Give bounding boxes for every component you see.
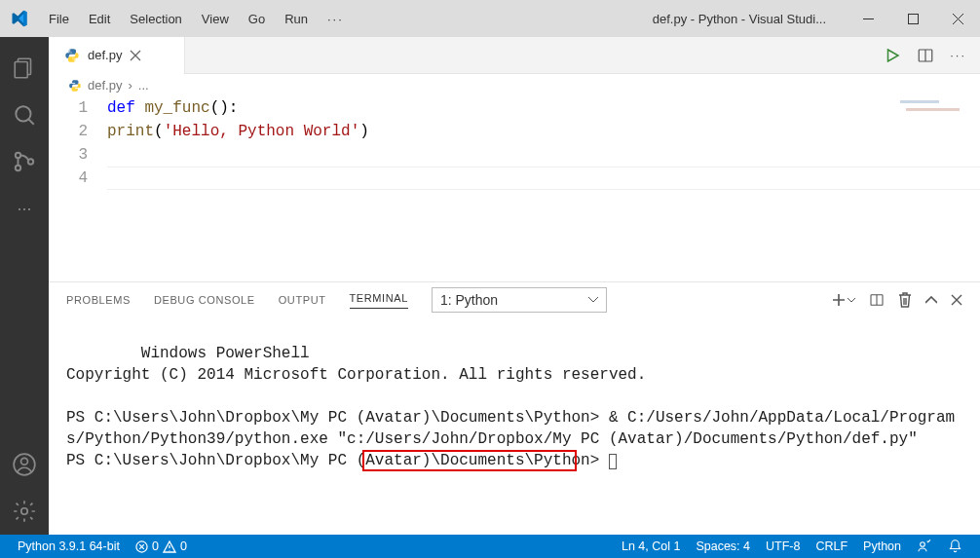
more-icon[interactable]: ··· <box>0 185 49 232</box>
panel-tab-output[interactable]: OUTPUT <box>279 294 326 306</box>
terminal-selector[interactable]: 1: Python <box>432 287 607 313</box>
panel-tab-debugconsole[interactable]: DEBUG CONSOLE <box>154 294 255 306</box>
error-icon <box>135 540 148 553</box>
source-control-icon[interactable] <box>0 138 49 185</box>
split-editor-icon[interactable] <box>917 47 934 64</box>
breadcrumb[interactable]: def.py › ... <box>49 74 980 96</box>
feedback-icon[interactable] <box>909 539 940 554</box>
svg-point-6 <box>16 153 20 158</box>
main-menu: File Edit Selection View Go Run ··· <box>39 12 354 26</box>
highlight-annotation <box>362 450 577 471</box>
terminal[interactable]: Windows PowerShell Copyright (C) 2014 Mi… <box>49 317 980 535</box>
svg-point-10 <box>21 458 28 465</box>
line-number-gutter: 1234 <box>49 96 107 281</box>
explorer-icon[interactable] <box>0 45 49 92</box>
svg-rect-1 <box>908 14 918 23</box>
kill-terminal-icon[interactable] <box>898 292 912 308</box>
run-icon[interactable] <box>884 47 901 64</box>
python-file-icon <box>64 48 80 63</box>
svg-point-13 <box>74 59 75 60</box>
code-line[interactable]: def my_func(): <box>107 96 980 120</box>
notifications-icon[interactable] <box>940 539 970 554</box>
status-indentation[interactable]: Spaces: 4 <box>688 539 758 553</box>
code-editor[interactable]: 1234 def my_func(): print('Hello, Python… <box>49 96 980 281</box>
svg-rect-3 <box>15 62 27 78</box>
status-errors-count: 0 <box>152 539 159 553</box>
panel-tab-problems[interactable]: PROBLEMS <box>66 294 131 306</box>
close-tab-icon[interactable] <box>130 50 141 61</box>
breadcrumb-separator: › <box>128 78 132 93</box>
bottom-panel: PROBLEMS DEBUG CONSOLE OUTPUT TERMINAL 1… <box>49 281 980 535</box>
status-bar: Python 3.9.1 64-bit 0 0 Ln 4, Col 1 Spac… <box>0 535 980 558</box>
close-window-button[interactable] <box>935 0 980 37</box>
panel-tab-bar: PROBLEMS DEBUG CONSOLE OUTPUT TERMINAL 1… <box>49 282 980 317</box>
title-bar: File Edit Selection View Go Run ··· def.… <box>0 0 980 37</box>
status-python-interpreter[interactable]: Python 3.9.1 64-bit <box>10 539 128 553</box>
new-terminal-icon[interactable] <box>832 293 846 307</box>
status-encoding[interactable]: UTF-8 <box>758 539 808 553</box>
svg-point-4 <box>16 106 30 121</box>
status-cursor-position[interactable]: Ln 4, Col 1 <box>614 539 688 553</box>
more-actions-icon[interactable]: ··· <box>950 48 966 62</box>
line-number: 3 <box>49 143 88 167</box>
line-number: 2 <box>49 120 88 143</box>
menu-go[interactable]: Go <box>239 12 275 26</box>
window-controls <box>846 0 980 37</box>
minimap[interactable] <box>898 96 976 135</box>
menu-view[interactable]: View <box>192 12 239 26</box>
search-icon[interactable] <box>0 92 49 138</box>
svg-point-7 <box>16 166 20 170</box>
terminal-cursor <box>609 454 617 469</box>
line-number: 4 <box>49 167 88 190</box>
maximize-button[interactable] <box>890 0 935 37</box>
svg-point-12 <box>69 50 70 51</box>
collapse-panel-icon[interactable] <box>925 296 937 304</box>
breadcrumb-file: def.py <box>88 78 122 93</box>
vscode-logo-icon <box>0 9 39 28</box>
warning-icon <box>163 540 176 553</box>
window-title: def.py - Python - Visual Studi... <box>633 12 846 26</box>
editor-tab-defpy[interactable]: def.py <box>49 37 185 74</box>
svg-rect-17 <box>906 108 960 111</box>
activity-bar: ··· <box>0 37 49 535</box>
svg-rect-0 <box>863 19 874 19</box>
code-line[interactable] <box>107 143 980 167</box>
terminal-selector-label: 1: Python <box>440 292 498 308</box>
accounts-icon[interactable] <box>0 441 49 488</box>
menu-selection[interactable]: Selection <box>120 12 191 26</box>
svg-point-11 <box>21 508 28 515</box>
split-terminal-icon[interactable] <box>869 292 885 308</box>
menu-edit[interactable]: Edit <box>79 12 120 26</box>
svg-point-8 <box>28 159 33 164</box>
line-number: 1 <box>49 96 88 120</box>
close-panel-icon[interactable] <box>951 294 962 306</box>
menu-overflow[interactable]: ··· <box>318 12 354 26</box>
code-line[interactable]: print('Hello, Python World') <box>107 120 980 143</box>
python-file-icon <box>68 79 82 93</box>
breadcrumb-rest: ... <box>138 78 149 93</box>
panel-tab-terminal[interactable]: TERMINAL <box>350 292 408 309</box>
settings-icon[interactable] <box>0 488 49 535</box>
svg-point-21 <box>921 542 925 547</box>
status-language-mode[interactable]: Python <box>855 539 909 553</box>
status-problems[interactable]: 0 0 <box>128 539 195 553</box>
menu-run[interactable]: Run <box>275 12 318 26</box>
status-eol[interactable]: CRLF <box>808 539 855 553</box>
editor-tab-label: def.py <box>88 48 122 62</box>
editor-tab-bar: def.py ··· <box>49 37 980 74</box>
chevron-down-icon[interactable] <box>848 298 855 303</box>
editor-area: def.py ··· def.py › ... <box>49 37 980 535</box>
menu-file[interactable]: File <box>39 12 79 26</box>
minimize-button[interactable] <box>846 0 890 37</box>
chevron-down-icon <box>588 297 598 303</box>
svg-rect-16 <box>900 100 939 103</box>
svg-line-5 <box>28 119 33 124</box>
status-warnings-count: 0 <box>180 539 187 553</box>
